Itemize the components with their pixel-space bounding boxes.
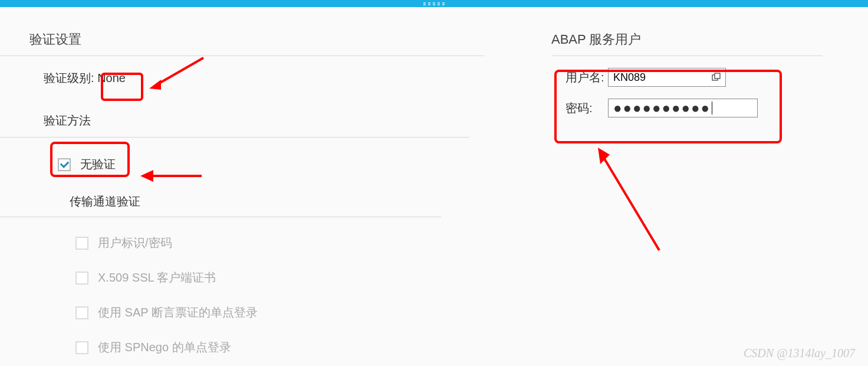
svg-line-6 <box>603 156 659 250</box>
top-grab-bar[interactable] <box>0 0 868 7</box>
svg-marker-7 <box>598 148 610 164</box>
watermark: CSDN @1314lay_1007 <box>744 347 855 360</box>
text-cursor-icon <box>712 102 712 115</box>
no-auth-row[interactable]: 无验证 <box>58 148 454 181</box>
no-auth-label: 无验证 <box>80 156 116 172</box>
sap-assertion-label: 使用 SAP 断言票证的单点登录 <box>98 305 258 321</box>
username-label: 用户名: <box>551 70 608 86</box>
x509-checkbox <box>75 272 88 285</box>
spnego-checkbox <box>75 341 88 354</box>
password-value: ●●●●●●●●●● <box>613 100 711 116</box>
username-input[interactable] <box>608 68 726 87</box>
transport-auth-title: 传输通道验证 <box>0 194 441 217</box>
x509-label: X.509 SSL 客户端证书 <box>98 270 216 286</box>
auth-level-label: 验证级别: <box>44 71 94 84</box>
no-auth-checkbox[interactable] <box>58 158 71 171</box>
auth-option-x509: X.509 SSL 客户端证书 <box>75 260 513 295</box>
auth-settings-title: 验证设置 <box>0 7 484 56</box>
spnego-label: 使用 SPNego 的单点登录 <box>98 339 231 355</box>
auth-option-sap-assertion: 使用 SAP 断言票证的单点登录 <box>75 295 513 330</box>
password-input[interactable]: ●●●●●●●●●● <box>608 99 758 117</box>
auth-level-value: None <box>97 71 126 84</box>
svg-rect-1 <box>715 73 720 79</box>
sap-assertion-checkbox <box>75 306 88 319</box>
value-help-icon <box>712 73 721 82</box>
abap-user-title: ABAP 服务用户 <box>551 7 823 56</box>
username-lookup-button[interactable] <box>709 70 724 85</box>
auth-method-title: 验证方法 <box>0 113 469 138</box>
annotation-arrow-3 <box>590 144 666 256</box>
password-label: 密码: <box>551 100 608 116</box>
userpass-checkbox <box>75 237 88 250</box>
grab-dots-icon <box>423 2 445 5</box>
auth-option-userpass: 用户标识/密码 <box>75 226 513 260</box>
auth-option-spnego: 使用 SPNego 的单点登录 <box>75 330 513 365</box>
userpass-label: 用户标识/密码 <box>98 235 172 251</box>
